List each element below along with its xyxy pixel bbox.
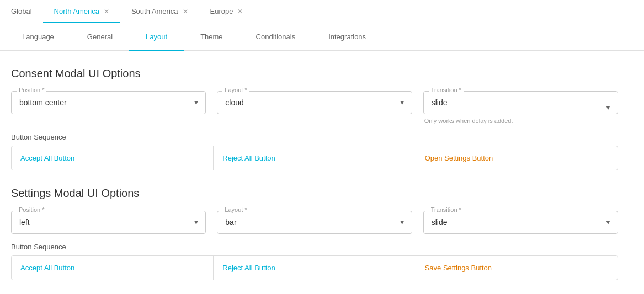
top-tab-europe[interactable]: Europe ✕ <box>199 1 254 23</box>
top-tab-south-america[interactable]: South America ✕ <box>120 1 199 23</box>
top-tab-europe-label: Europe <box>210 7 233 15</box>
top-tab-global[interactable]: Global <box>0 1 43 23</box>
top-tab-south-america-label: South America <box>131 7 178 15</box>
consent-position-label: Position * <box>17 87 46 93</box>
settings-transition-field: Transition * slide fade none ▼ <box>423 211 618 234</box>
sub-tab-theme-label: Theme <box>200 33 222 41</box>
sub-tab-layout[interactable]: Layout <box>129 24 184 51</box>
settings-position-select[interactable]: left right center top bottom <box>11 211 206 234</box>
settings-button-sequence-label: Button Sequence <box>11 243 618 251</box>
sub-tab-language[interactable]: Language <box>6 24 71 51</box>
consent-modal-form-row: Position * bottom center bottom left bot… <box>11 91 618 124</box>
settings-modal-title: Settings Modal UI Options <box>11 187 618 200</box>
settings-modal-form-row: Position * left right center top bottom … <box>11 211 618 234</box>
settings-layout-field: Layout * bar box cloud ▼ <box>217 211 412 234</box>
main-content: Consent Modal UI Options Position * bott… <box>0 51 629 294</box>
consent-button-sequence-label: Button Sequence <box>11 133 618 141</box>
top-tab-south-america-close[interactable]: ✕ <box>183 8 188 15</box>
top-tab-north-america[interactable]: North America ✕ <box>43 1 120 23</box>
sub-tab-general-label: General <box>87 33 113 41</box>
consent-transition-label: Transition * <box>429 87 464 93</box>
sub-tab-integrations[interactable]: Integrations <box>312 24 382 51</box>
consent-layout-label: Layout * <box>222 87 249 93</box>
consent-transition-field: Transition * slide fade none ▼ Only work… <box>423 91 618 124</box>
consent-position-field: Position * bottom center bottom left bot… <box>11 91 206 114</box>
consent-accept-all-button[interactable]: Accept All Button <box>12 146 214 170</box>
consent-reject-all-button[interactable]: Reject All Button <box>214 146 416 170</box>
sub-tab-conditionals[interactable]: Conditionals <box>239 24 312 51</box>
settings-position-label: Position * <box>17 206 46 213</box>
consent-transition-hint: Only works when delay is added. <box>423 117 618 124</box>
top-tab-north-america-label: North America <box>54 7 99 15</box>
settings-transition-label: Transition * <box>429 206 464 213</box>
settings-save-settings-button[interactable]: Save Settings Button <box>416 256 618 280</box>
settings-accept-all-button[interactable]: Accept All Button <box>12 256 214 280</box>
settings-button-sequence-table: Accept All Button Reject All Button Save… <box>11 255 618 280</box>
consent-layout-select[interactable]: cloud bar box <box>217 91 412 114</box>
settings-reject-all-button[interactable]: Reject All Button <box>214 256 416 280</box>
consent-layout-field: Layout * cloud bar box ▼ <box>217 91 412 114</box>
settings-position-field: Position * left right center top bottom … <box>11 211 206 234</box>
sub-tab-layout-label: Layout <box>146 33 167 41</box>
sub-tab-integrations-label: Integrations <box>328 33 366 41</box>
sub-tab-conditionals-label: Conditionals <box>256 33 296 41</box>
sub-tab-theme[interactable]: Theme <box>184 24 239 51</box>
consent-button-sequence-table: Accept All Button Reject All Button Open… <box>11 146 618 170</box>
top-tab-europe-close[interactable]: ✕ <box>237 8 243 15</box>
sub-tab-general[interactable]: General <box>71 24 129 51</box>
consent-modal-title: Consent Modal UI Options <box>11 67 618 80</box>
consent-position-select[interactable]: bottom center bottom left bottom right t… <box>11 91 206 114</box>
top-tab-north-america-close[interactable]: ✕ <box>104 8 109 15</box>
sub-tab-language-label: Language <box>22 33 54 41</box>
settings-layout-label: Layout * <box>222 206 249 213</box>
settings-transition-select[interactable]: slide fade none <box>423 211 618 234</box>
consent-transition-select[interactable]: slide fade none <box>423 91 618 114</box>
consent-open-settings-button[interactable]: Open Settings Button <box>416 146 618 170</box>
top-tab-bar: Global North America ✕ South America ✕ E… <box>0 0 644 23</box>
settings-layout-select[interactable]: bar box cloud <box>217 211 412 234</box>
top-tab-global-label: Global <box>11 7 32 15</box>
sub-tab-bar: Language General Layout Theme Conditiona… <box>0 23 644 51</box>
